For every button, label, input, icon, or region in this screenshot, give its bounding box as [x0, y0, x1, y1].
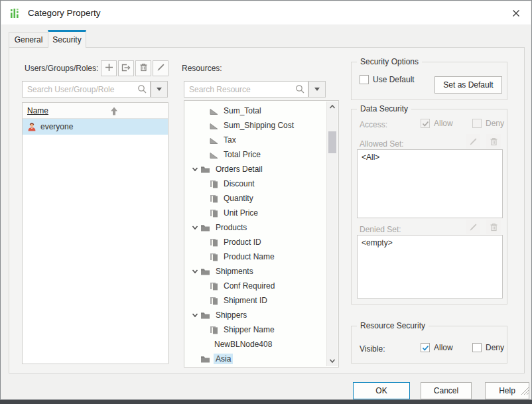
resource-search-dropdown[interactable]: [308, 81, 326, 98]
user-icon: [27, 122, 36, 131]
tree-item-label: Discount: [222, 178, 257, 189]
column-icon: [210, 282, 218, 291]
column-icon: [210, 209, 218, 218]
denied-set-value: <empty>: [362, 238, 393, 247]
edit-user-button[interactable]: [153, 60, 168, 76]
user-search-input[interactable]: [22, 81, 151, 98]
folder-icon: [200, 267, 210, 276]
user-row-label: everyone: [40, 122, 73, 131]
measure-icon: [210, 107, 218, 115]
access-deny-checkbox[interactable]: Deny: [472, 119, 504, 128]
resources-tree: Sum_TotalSum_Shipping CostTaxTotal Price…: [184, 100, 339, 368]
tree-item[interactable]: Asia: [184, 352, 326, 366]
resize-grip[interactable]: [521, 386, 529, 398]
delete-denied-set-icon[interactable]: [486, 220, 501, 234]
tab-general[interactable]: General: [9, 32, 48, 48]
ok-button[interactable]: OK: [353, 382, 410, 399]
add-user-button[interactable]: [101, 60, 117, 76]
visible-deny-label: Deny: [486, 343, 504, 352]
column-icon: [210, 194, 218, 203]
folder-icon: [200, 311, 210, 320]
screen: Category Property General Security Users…: [0, 0, 532, 404]
measure-icon: [210, 121, 218, 130]
user-search-dropdown[interactable]: [151, 81, 168, 98]
tree-item[interactable]: Products: [184, 220, 326, 235]
resource-security-title: Resource Security: [357, 321, 429, 330]
tree-item[interactable]: Shippers: [184, 308, 326, 322]
tree-item[interactable]: Discount: [184, 176, 326, 191]
tree-item[interactable]: Sum_Shipping Cost: [184, 118, 326, 133]
column-icon: [210, 180, 218, 188]
sort-ascending-icon: [110, 106, 118, 118]
visible-deny-checkbox[interactable]: Deny: [472, 343, 504, 352]
close-icon[interactable]: [509, 6, 523, 21]
visible-allow-checkbox[interactable]: Allow: [421, 343, 453, 352]
tab-security[interactable]: Security: [48, 30, 86, 48]
column-icon: [210, 253, 218, 261]
tree-item[interactable]: Quantity: [184, 191, 326, 206]
tree-scrollbar[interactable]: [326, 101, 338, 366]
measure-icon: [210, 151, 218, 159]
delete-allowed-set-icon[interactable]: [486, 134, 501, 149]
tree-item[interactable]: Orders Detail: [184, 162, 326, 176]
scroll-up-icon[interactable]: [327, 101, 338, 112]
resource-search-input[interactable]: [184, 81, 308, 98]
tree-item[interactable]: NewBLNode408: [184, 337, 326, 352]
users-list: Name everyone: [22, 102, 168, 364]
tree-item[interactable]: Tax: [184, 133, 326, 147]
tree-item[interactable]: Shipment ID: [184, 293, 326, 308]
delete-user-button[interactable]: [135, 60, 151, 76]
user-row[interactable]: everyone: [23, 119, 168, 135]
add-icon: [104, 62, 114, 74]
titlebar: Category Property: [1, 1, 531, 25]
edit-icon: [156, 62, 166, 74]
tree-item-label: Unit Price: [222, 208, 260, 218]
tree-item[interactable]: Product Name: [184, 249, 326, 264]
scroll-down-icon[interactable]: [327, 356, 338, 366]
scrollbar-thumb[interactable]: [328, 131, 336, 153]
delete-icon: [139, 62, 149, 74]
resources-label: Resources:: [182, 64, 222, 73]
checkbox-checked-icon: [421, 343, 430, 352]
export-user-button[interactable]: [118, 60, 134, 76]
edit-allowed-set-icon[interactable]: [466, 134, 480, 149]
tree-item-label: Total Price: [222, 149, 263, 160]
allowed-set-value: <All>: [362, 153, 379, 162]
visible-allow-label: Allow: [434, 343, 453, 352]
edit-denied-set-icon[interactable]: [466, 220, 480, 234]
chevron-expanded-icon[interactable]: [190, 268, 200, 275]
security-options-group: Security Options Use Default Set as Defa…: [351, 62, 507, 100]
tree-item[interactable]: Product ID: [184, 235, 326, 249]
export-icon: [121, 62, 131, 74]
app-icon: [9, 7, 22, 20]
users-list-header[interactable]: Name: [23, 103, 168, 119]
chevron-expanded-icon[interactable]: [190, 312, 200, 318]
data-security-title: Data Security: [357, 104, 411, 113]
tree-item[interactable]: Unit Price: [184, 206, 326, 220]
security-options-title: Security Options: [357, 57, 422, 66]
access-allow-checkbox[interactable]: Allow: [421, 119, 453, 128]
chevron-down-icon: [157, 88, 162, 91]
resource-security-group: Resource Security Visible: Allow Deny: [351, 326, 507, 364]
tree-item-label: Shipper Name: [222, 324, 277, 335]
tree-item[interactable]: Sum_Total: [184, 103, 326, 118]
column-icon: [210, 326, 218, 334]
tree-item-label: Products: [214, 222, 249, 233]
measure-icon: [210, 136, 218, 145]
tree-item[interactable]: Shipper Name: [184, 322, 326, 337]
tree-item[interactable]: Shipments: [184, 264, 326, 279]
chevron-expanded-icon[interactable]: [190, 166, 200, 172]
allowed-set-box: <All>: [357, 149, 503, 218]
tree-item[interactable]: Conf Required: [184, 279, 326, 293]
folder-icon: [200, 224, 210, 232]
category-property-dialog: Category Property General Security Users…: [0, 0, 532, 400]
visible-label: Visible:: [360, 344, 385, 354]
tree-item-label: Sum_Shipping Cost: [222, 120, 296, 131]
name-column-header[interactable]: Name: [27, 106, 48, 115]
use-default-checkbox[interactable]: Use Default: [360, 75, 415, 84]
set-as-default-button[interactable]: Set as Default: [434, 76, 502, 94]
users-toolbar: [101, 60, 168, 76]
tree-item[interactable]: Total Price: [184, 147, 326, 162]
cancel-button[interactable]: Cancel: [421, 382, 472, 399]
chevron-expanded-icon[interactable]: [190, 224, 200, 231]
